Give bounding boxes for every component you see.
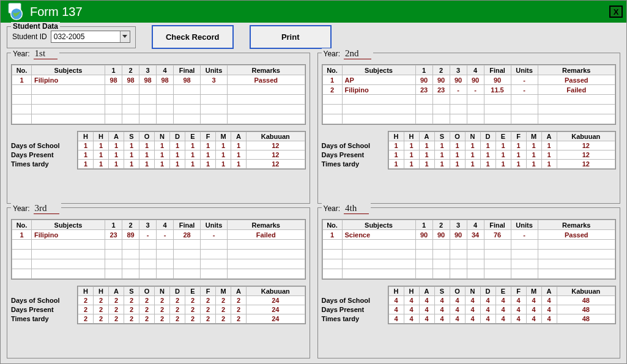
- att-col: N: [465, 132, 480, 141]
- attendance-row[interactable]: 1111111111112: [388, 150, 615, 160]
- col-q4: 4: [157, 65, 174, 75]
- att-col: D: [480, 132, 495, 141]
- col-subjects: Subjects: [32, 220, 105, 230]
- col-units: Units: [201, 220, 228, 230]
- col-q4: 4: [157, 220, 174, 230]
- app-icon: [7, 2, 25, 21]
- attendance-row[interactable]: 1111111111112: [388, 160, 615, 169]
- grade-row-empty[interactable]: [12, 240, 305, 250]
- attendance-row[interactable]: 4444444444448: [388, 296, 615, 305]
- grade-row-empty[interactable]: [12, 269, 305, 279]
- att-col: S: [124, 287, 139, 296]
- student-id-combo[interactable]: 032-2005: [51, 31, 130, 43]
- grade-row-empty[interactable]: [322, 114, 615, 124]
- attendance-row-label: Days of School: [11, 296, 75, 305]
- grade-row[interactable]: 1Science9090903476-Passed: [322, 230, 615, 240]
- year-value: 1st: [34, 48, 58, 59]
- year-legend: Year:4th: [322, 203, 371, 214]
- col-q2: 2: [122, 65, 139, 75]
- att-col: O: [450, 132, 465, 141]
- col-q4: 4: [467, 220, 484, 230]
- att-col: M: [216, 132, 231, 141]
- attendance-row[interactable]: 1111111111112: [78, 160, 305, 169]
- attendance-row-label: Times tardy: [11, 314, 75, 324]
- grades-table[interactable]: No.Subjects1234FinalUnitsRemarks1Filipin…: [11, 64, 306, 125]
- att-col: S: [124, 132, 139, 141]
- grade-row-empty[interactable]: [12, 250, 305, 259]
- att-col: A: [419, 132, 434, 141]
- attendance-row[interactable]: 4444444444448: [388, 305, 615, 314]
- col-remarks: Remarks: [228, 65, 305, 75]
- attendance-table[interactable]: HHASONDEFMAKabuuan2222222222224222222222…: [77, 286, 306, 324]
- att-col: Kabuuan: [557, 287, 615, 296]
- attendance-row[interactable]: 1111111111112: [78, 150, 305, 160]
- grade-row[interactable]: 1Filipino2389--28-Failed: [12, 230, 305, 240]
- year-panel-2nd: Year:2ndNo.Subjects1234FinalUnitsRemarks…: [317, 53, 621, 204]
- grade-row-empty[interactable]: [12, 259, 305, 269]
- grade-row[interactable]: 1Filipino98989898983Passed: [12, 75, 305, 85]
- attendance-table[interactable]: HHASONDEFMAKabuuan1111111111112111111111…: [388, 131, 617, 169]
- att-col: M: [526, 132, 541, 141]
- attendance-row[interactable]: 4444444444448: [388, 314, 615, 324]
- att-col: A: [541, 287, 557, 296]
- col-q3: 3: [450, 220, 467, 230]
- col-q4: 4: [467, 65, 484, 75]
- grades-table[interactable]: No.Subjects1234FinalUnitsRemarks1Science…: [322, 219, 617, 280]
- year-label: Year:: [13, 50, 30, 58]
- grade-row-empty[interactable]: [322, 105, 615, 114]
- year-panel-1st: Year:1stNo.Subjects1234FinalUnitsRemarks…: [7, 53, 310, 204]
- col-q1: 1: [415, 65, 432, 75]
- grade-row-empty[interactable]: [12, 95, 305, 105]
- attendance-labels: Days of SchoolDays PresentTimes tardy: [11, 131, 75, 169]
- col-subjects: Subjects: [342, 65, 415, 75]
- attendance-row[interactable]: 1111111111112: [78, 141, 305, 150]
- year-label: Year:: [13, 204, 30, 213]
- att-col: H: [388, 132, 404, 141]
- att-col: A: [109, 287, 124, 296]
- year-panel-3rd: Year:3rdNo.Subjects1234FinalUnitsRemarks…: [7, 207, 310, 358]
- toolbar: Student Data Student ID 032-2005 Check R…: [1, 23, 626, 51]
- grade-row-empty[interactable]: [322, 269, 615, 279]
- col-no: No.: [322, 65, 342, 75]
- att-col: H: [404, 287, 419, 296]
- year-value: 2nd: [344, 48, 371, 59]
- year-legend: Year:3rd: [11, 203, 61, 214]
- attendance-table[interactable]: HHASONDEFMAKabuuan4444444444448444444444…: [388, 286, 617, 324]
- grade-row[interactable]: 2Filipino2323--11.5-Failed: [322, 85, 615, 95]
- attendance-row[interactable]: 2222222222224: [78, 296, 305, 305]
- grade-row-empty[interactable]: [12, 105, 305, 114]
- att-col: N: [465, 287, 480, 296]
- grade-row[interactable]: 1AP9090909090-Passed: [322, 75, 615, 85]
- attendance-table[interactable]: HHASONDEFMAKabuuan1111111111112111111111…: [77, 131, 306, 169]
- col-q2: 2: [432, 220, 450, 230]
- col-no: No.: [12, 220, 32, 230]
- attendance-row[interactable]: 2222222222224: [78, 314, 305, 324]
- grade-row-empty[interactable]: [322, 259, 615, 269]
- att-col: H: [78, 287, 94, 296]
- att-col: M: [526, 287, 541, 296]
- print-button[interactable]: Print: [250, 25, 332, 49]
- grades-table[interactable]: No.Subjects1234FinalUnitsRemarks1Filipin…: [11, 219, 306, 280]
- attendance-row-label: Times tardy: [322, 160, 385, 169]
- grade-row-empty[interactable]: [12, 85, 305, 95]
- attendance-row[interactable]: 2222222222224: [78, 305, 305, 314]
- grade-row-empty[interactable]: [322, 250, 615, 259]
- grades-table[interactable]: No.Subjects1234FinalUnitsRemarks1AP90909…: [322, 64, 617, 125]
- attendance-labels: Days of SchoolDays PresentTimes tardy: [11, 286, 75, 324]
- col-final: Final: [174, 220, 201, 230]
- grade-row-empty[interactable]: [12, 114, 305, 124]
- att-col: O: [450, 287, 465, 296]
- years-grid: Year:1stNo.Subjects1234FinalUnitsRemarks…: [1, 51, 626, 363]
- col-subjects: Subjects: [342, 220, 415, 230]
- att-col: D: [170, 132, 185, 141]
- col-q2: 2: [432, 65, 450, 75]
- attendance-row-label: Days of School: [322, 296, 385, 305]
- attendance-row[interactable]: 1111111111112: [388, 141, 615, 150]
- check-record-button[interactable]: Check Record: [152, 25, 234, 49]
- grade-row-empty[interactable]: [322, 240, 615, 250]
- close-button[interactable]: X: [609, 6, 623, 18]
- att-col: N: [155, 287, 170, 296]
- col-subjects: Subjects: [32, 65, 105, 75]
- grade-row-empty[interactable]: [322, 95, 615, 105]
- att-col: E: [185, 132, 201, 141]
